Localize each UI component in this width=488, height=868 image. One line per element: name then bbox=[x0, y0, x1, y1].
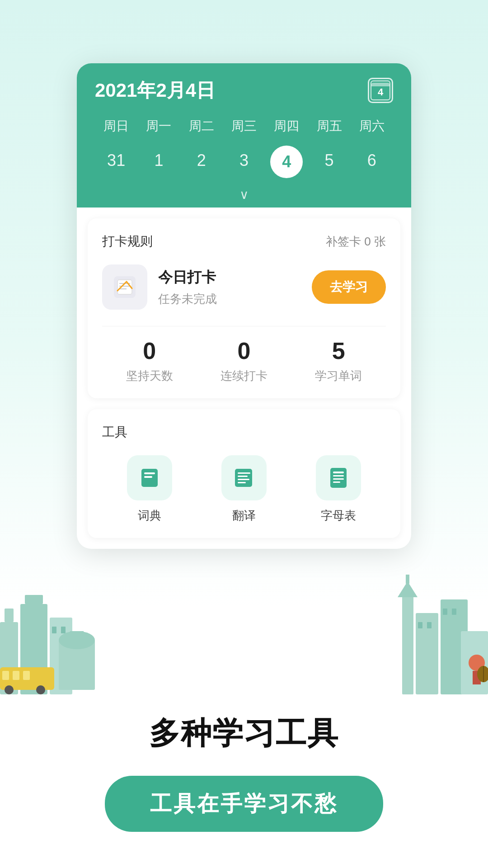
svg-rect-17 bbox=[418, 622, 422, 628]
bottom-section: 多种学习工具 工具在手学习不愁 bbox=[0, 713, 488, 832]
tool-translate-label: 翻译 bbox=[232, 508, 256, 524]
task-subtitle: 任务未完成 bbox=[158, 291, 301, 307]
stat-persistence-label: 坚持天数 bbox=[126, 368, 173, 384]
tool-alphabet[interactable]: 字母表 bbox=[316, 455, 361, 524]
checkin-rules-label[interactable]: 打卡规则 bbox=[102, 233, 153, 250]
alphabet-icon bbox=[316, 455, 361, 500]
calendar-weekdays: 周日 周一 周二 周三 周四 周五 周六 bbox=[95, 114, 393, 138]
svg-rect-9 bbox=[13, 671, 19, 680]
date-31[interactable]: 31 bbox=[95, 146, 137, 178]
svg-rect-48 bbox=[333, 478, 344, 480]
task-icon bbox=[102, 264, 147, 310]
tools-section: 工具 词典 bbox=[88, 409, 400, 538]
weekday-tue: 周二 bbox=[180, 114, 223, 138]
date-3[interactable]: 3 bbox=[223, 146, 265, 178]
tools-title: 工具 bbox=[102, 424, 386, 441]
weekday-wed: 周三 bbox=[223, 114, 265, 138]
main-heading: 多种学习工具 bbox=[149, 713, 339, 754]
stat-persistence: 0 坚持天数 bbox=[126, 337, 173, 384]
cityscape-left bbox=[0, 550, 99, 696]
svg-rect-41 bbox=[238, 472, 250, 474]
svg-rect-25 bbox=[406, 575, 409, 584]
svg-rect-3 bbox=[25, 595, 43, 604]
cityscape-right bbox=[389, 550, 488, 696]
calendar-title: 2021年2月4日 bbox=[95, 78, 215, 103]
svg-rect-6 bbox=[61, 627, 66, 633]
weekday-sat: 周六 bbox=[351, 114, 393, 138]
date-5[interactable]: 5 bbox=[308, 146, 350, 178]
weekday-sun: 周日 bbox=[95, 114, 137, 138]
stat-words: 5 学习单词 bbox=[315, 337, 362, 384]
svg-marker-24 bbox=[398, 581, 418, 597]
svg-point-11 bbox=[5, 685, 14, 694]
svg-rect-21 bbox=[452, 609, 456, 615]
date-6[interactable]: 6 bbox=[351, 146, 393, 178]
calendar-icon[interactable]: 4 bbox=[368, 78, 393, 103]
svg-point-12 bbox=[36, 685, 45, 694]
svg-rect-18 bbox=[427, 622, 432, 628]
svg-rect-45 bbox=[330, 468, 347, 488]
tool-translate[interactable]: 翻译 bbox=[221, 455, 267, 524]
stats-row: 0 坚持天数 0 连续打卡 5 学习单词 bbox=[102, 326, 386, 384]
svg-rect-10 bbox=[23, 671, 30, 680]
svg-rect-20 bbox=[443, 609, 447, 615]
svg-rect-23 bbox=[402, 595, 413, 694]
calendar-dates: 31 1 2 3 4 5 6 bbox=[95, 146, 393, 182]
svg-rect-31 bbox=[117, 280, 132, 294]
expand-arrow-icon: ∨ bbox=[239, 187, 249, 202]
task-title: 今日打卡 bbox=[158, 268, 301, 288]
task-info: 今日打卡 任务未完成 bbox=[158, 268, 301, 307]
weekday-fri: 周五 bbox=[308, 114, 350, 138]
svg-rect-46 bbox=[333, 472, 344, 473]
svg-rect-5 bbox=[52, 627, 56, 633]
translate-icon bbox=[221, 455, 267, 500]
svg-rect-49 bbox=[333, 481, 340, 483]
stat-words-label: 学习单词 bbox=[315, 368, 362, 384]
tool-alphabet-label: 字母表 bbox=[321, 508, 356, 524]
dictionary-icon bbox=[127, 455, 172, 500]
date-4[interactable]: 4 bbox=[270, 146, 303, 178]
weekday-thu: 周四 bbox=[265, 114, 308, 138]
svg-rect-39 bbox=[144, 476, 152, 478]
calendar-icon-num: 4 bbox=[378, 86, 383, 98]
date-2[interactable]: 2 bbox=[180, 146, 223, 178]
cta-button[interactable]: 工具在手学习不愁 bbox=[105, 776, 383, 832]
svg-rect-38 bbox=[144, 472, 155, 474]
stat-persistence-num: 0 bbox=[126, 337, 173, 364]
calendar-expand[interactable]: ∨ bbox=[95, 182, 393, 208]
svg-rect-40 bbox=[235, 469, 252, 487]
tools-grid: 词典 翻译 bbox=[102, 455, 386, 524]
stat-words-num: 5 bbox=[315, 337, 362, 364]
weekday-mon: 周一 bbox=[137, 114, 180, 138]
tool-dictionary[interactable]: 词典 bbox=[127, 455, 172, 524]
calendar-header: 2021年2月4日 4 周日 周一 周二 周三 周四 周五 周六 31 1 2 … bbox=[77, 63, 411, 208]
app-card: 2021年2月4日 4 周日 周一 周二 周三 周四 周五 周六 31 1 2 … bbox=[77, 63, 411, 549]
svg-rect-44 bbox=[238, 482, 246, 483]
svg-rect-8 bbox=[2, 671, 9, 680]
checkin-supplement-label: 补签卡 0 张 bbox=[326, 234, 386, 250]
study-button[interactable]: 去学习 bbox=[312, 270, 386, 304]
stat-streak-label: 连续打卡 bbox=[221, 368, 267, 384]
svg-rect-1 bbox=[5, 609, 14, 622]
stat-streak-num: 0 bbox=[221, 337, 267, 364]
tool-dictionary-label: 词典 bbox=[138, 508, 161, 524]
checkin-section: 打卡规则 补签卡 0 张 今日打卡 任务未完成 去学习 bbox=[88, 218, 400, 398]
stat-streak: 0 连续打卡 bbox=[221, 337, 267, 384]
svg-rect-42 bbox=[238, 476, 248, 477]
svg-rect-43 bbox=[238, 479, 249, 480]
date-1[interactable]: 1 bbox=[137, 146, 180, 178]
svg-rect-47 bbox=[333, 475, 344, 476]
svg-rect-15 bbox=[70, 631, 84, 642]
